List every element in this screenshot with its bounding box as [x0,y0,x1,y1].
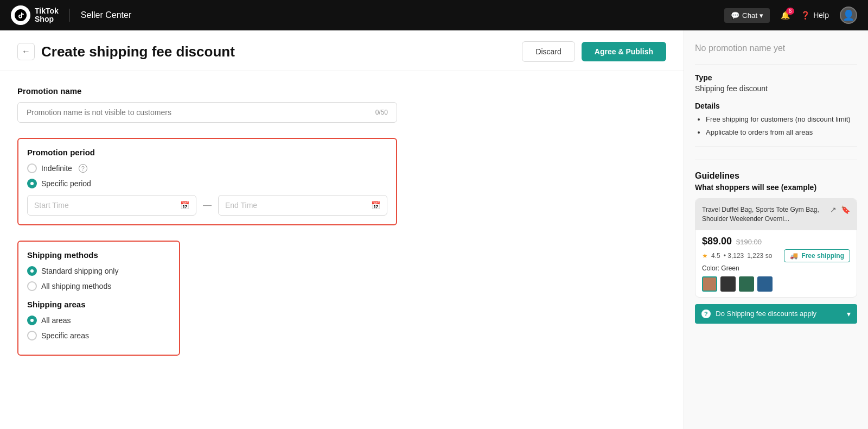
all-shipping-label: All shipping methods [41,282,111,291]
do-shipping-text: ? Do Shipping fee discounts apply [701,310,816,318]
sidebar-detail-item-1: Free shipping for customers (no discount… [706,115,857,124]
free-shipping-label: Free shipping [801,252,844,260]
specific-period-option[interactable]: Specific period [27,179,387,188]
shipping-box: Shipping methods Standard shipping only … [17,241,180,356]
avatar: 👤 [840,7,857,24]
specific-period-radio[interactable] [27,179,37,188]
free-shipping-badge: 🚚 Free shipping [784,249,850,262]
sidebar-type-label: Type [695,73,857,82]
end-time-input[interactable]: End Time 📅 [218,195,387,216]
all-shipping-option[interactable]: All shipping methods [27,281,170,291]
promotion-name-input-wrapper: 0/50 [17,102,397,123]
standard-shipping-radio[interactable] [27,266,37,276]
promotion-period-title: Promotion period [27,148,387,157]
product-name: Travel Duffel Bag, Sports Tote Gym Bag, … [702,205,830,224]
top-navigation: TikTok Shop Seller Center 💬 Chat ▾ 🔔 6 ❓… [0,0,868,30]
truck-icon: 🚚 [790,252,798,260]
guidelines-title: Guidelines [695,171,857,181]
agree-publish-button[interactable]: Agree & Publish [582,42,666,61]
shipping-section: Shipping methods Standard shipping only … [17,241,666,356]
page-header-left: ← Create shipping fee discount [17,43,235,60]
notifications-button[interactable]: 🔔 6 [781,11,790,20]
help-button[interactable]: ❓ Help [801,11,829,20]
time-row: Start Time 📅 — End Time 📅 [27,195,387,216]
header-actions: Discard Agree & Publish [522,41,666,62]
promotion-name-label: Promotion name [17,86,666,96]
chat-button[interactable]: 💬 Chat ▾ [724,8,770,23]
promotion-name-section: Promotion name 0/50 [17,86,666,123]
indefinite-label: Indefinite [41,164,72,173]
shipping-methods-title: Shipping methods [27,250,170,260]
do-shipping-row[interactable]: ? Do Shipping fee discounts apply ▾ [695,304,857,324]
profile-button[interactable]: 👤 [840,7,857,24]
page-title: Create shipping fee discount [41,43,235,60]
time-divider: — [203,200,212,210]
specific-areas-radio[interactable] [27,331,37,340]
sidebar-promo-name: No promotion name yet [695,43,857,53]
sidebar-details-list: Free shipping for customers (no discount… [695,115,857,137]
promotion-period-section: Promotion period Indefinite ? Specific p… [17,138,666,225]
promotion-name-input[interactable] [27,108,375,117]
start-time-input[interactable]: Start Time 📅 [27,195,196,216]
sidebar-type-field: Type Shipping fee discount [695,73,857,93]
guidelines-section: Guidelines What shoppers will see (examp… [695,160,857,324]
sold-count: 1,223 so [747,252,772,260]
rating-value: 4.5 [711,252,720,260]
specific-areas-option[interactable]: Specific areas [27,331,170,340]
all-areas-label: All areas [41,316,71,325]
chevron-down-icon: ▾ [847,310,851,318]
specific-areas-label: Specific areas [41,331,89,340]
chat-bubble-icon: 💬 [731,11,740,20]
sidebar-panel: No promotion name yet Type Shipping fee … [684,30,868,429]
promotion-period-box: Promotion period Indefinite ? Specific p… [17,138,397,225]
guidelines-subtitle: What shoppers will see (example) [695,183,857,192]
end-time-placeholder: End Time [225,201,257,210]
standard-shipping-option[interactable]: Standard shipping only [27,266,170,276]
original-price: $190.00 [736,238,762,246]
discard-button[interactable]: Discard [522,41,575,62]
share-icon: ↗ [830,205,837,214]
start-calendar-icon: 📅 [180,201,189,210]
shipping-areas-title: Shipping areas [27,300,170,309]
sidebar-detail-item-2: Applicable to orders from all areas [706,128,857,137]
char-count: 0/50 [375,109,388,116]
nav-icons: 💬 Chat ▾ 🔔 6 ❓ Help 👤 [724,7,857,24]
swatch-green[interactable] [739,276,754,292]
specific-period-label: Specific period [41,179,91,188]
current-price: $89.00 [702,236,732,247]
seller-center-label: Seller Center [81,10,131,20]
indefinite-help-icon[interactable]: ? [79,164,87,173]
brand-text: TikTok Shop [35,7,59,24]
sidebar-divider-2 [695,146,857,147]
end-calendar-icon: 📅 [371,201,380,210]
all-shipping-radio[interactable] [27,281,37,291]
sidebar-type-value: Shipping fee discount [695,84,857,93]
sidebar-details-title: Details [695,102,857,110]
tiktok-logo: TikTok Shop [11,5,59,25]
all-areas-option[interactable]: All areas [27,316,170,325]
indefinite-option[interactable]: Indefinite ? [27,163,387,173]
swatch-black[interactable] [720,276,736,292]
standard-shipping-label: Standard shipping only [41,267,118,275]
color-row: Color: Green [702,264,850,272]
rating-row: ★ 4.5 • 3,123 1,223 so 🚚 Free shipping [702,249,850,262]
product-card-top: Travel Duffel Bag, Sports Tote Gym Bag, … [695,199,857,230]
indefinite-radio[interactable] [27,163,37,173]
swatch-blue[interactable] [757,276,773,292]
sidebar-divider-1 [695,64,857,65]
swatch-brown[interactable] [702,276,717,292]
page-header: ← Create shipping fee discount Discard A… [0,30,684,71]
product-card-icons: ↗ 🔖 [830,205,850,214]
notification-badge: 6 [786,8,795,15]
nav-divider [69,9,70,22]
main-content: ← Create shipping fee discount Discard A… [0,30,684,429]
review-count: • 3,123 [724,252,744,260]
back-button[interactable]: ← [17,43,35,60]
sidebar-details-field: Details Free shipping for customers (no … [695,102,857,137]
logo-circle [11,5,30,25]
star-icon: ★ [702,252,708,260]
form-body: Promotion name 0/50 Promotion period Ind… [0,71,684,386]
question-badge-icon: ? [701,310,711,318]
all-areas-radio[interactable] [27,316,37,325]
question-icon: ❓ [801,11,810,20]
